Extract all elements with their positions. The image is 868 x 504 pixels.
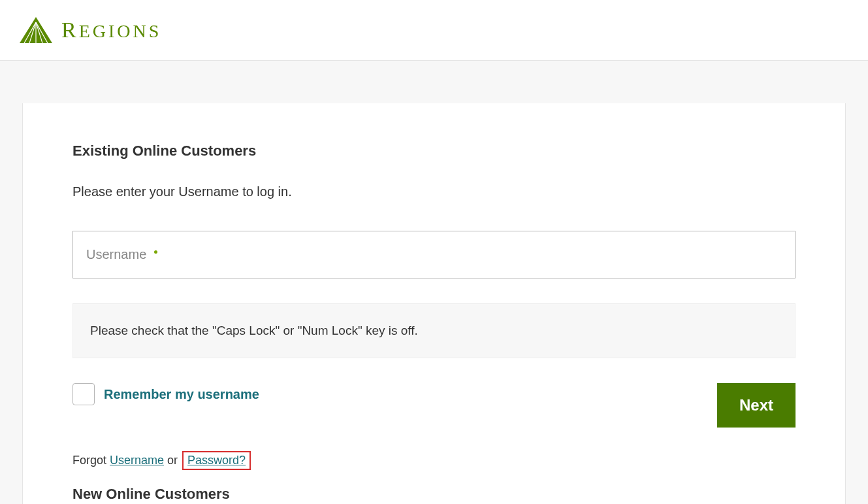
- login-card: Existing Online Customers Please enter y…: [22, 103, 846, 504]
- logo[interactable]: REGIONS: [20, 17, 848, 43]
- logo-triangle-icon: [20, 17, 52, 43]
- forgot-or: or: [164, 454, 181, 467]
- forgot-row: Forgot Username or Password?: [72, 451, 796, 470]
- forgot-password-highlight: Password?: [182, 451, 251, 470]
- remember-username-checkbox[interactable]: [72, 383, 95, 405]
- username-input[interactable]: [164, 247, 782, 262]
- username-input-wrapper[interactable]: Username: [72, 231, 796, 278]
- action-row: Remember my username Next: [72, 383, 796, 428]
- remember-username-label[interactable]: Remember my username: [104, 387, 259, 402]
- remember-username-row: Remember my username: [72, 383, 259, 405]
- username-label: Username: [86, 247, 157, 262]
- page-background: Existing Online Customers Please enter y…: [0, 61, 868, 504]
- instruction-text: Please enter your Username to log in.: [72, 184, 796, 199]
- forgot-username-link[interactable]: Username: [110, 454, 164, 467]
- logo-text: REGIONS: [61, 18, 161, 42]
- page-header: REGIONS: [0, 0, 868, 61]
- new-customers-heading: New Online Customers: [72, 486, 796, 503]
- existing-customers-heading: Existing Online Customers: [72, 143, 796, 160]
- forgot-prefix: Forgot: [72, 454, 110, 467]
- next-button[interactable]: Next: [717, 383, 796, 428]
- required-indicator-icon: [154, 250, 157, 254]
- forgot-password-link[interactable]: Password?: [187, 454, 246, 467]
- caps-lock-hint: Please check that the "Caps Lock" or "Nu…: [72, 303, 796, 358]
